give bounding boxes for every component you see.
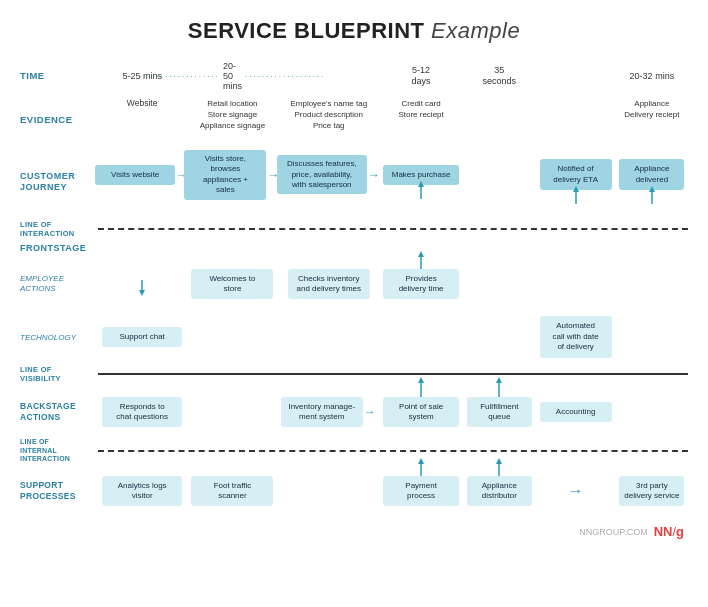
footer-logo: NN bbox=[654, 524, 673, 539]
title-bold: SERVICE BLUEPRINT bbox=[188, 18, 425, 43]
time-val-3: 5-12days bbox=[412, 65, 431, 87]
svg-marker-17 bbox=[496, 458, 502, 464]
backstage-label: BACKSTAGEACTIONS bbox=[20, 401, 76, 423]
cj-box-1: Visits store,browsesappliances +sales bbox=[184, 150, 266, 200]
employee-actions-row: EMPLOYEEACTIONS Welcomes tostore bbox=[20, 258, 688, 310]
bs-box-3: Point of salesystem bbox=[383, 397, 459, 428]
time-dots-2: ··················· bbox=[245, 72, 325, 81]
time-label: TIME bbox=[20, 70, 51, 81]
bs-arrow-2: → bbox=[364, 406, 376, 418]
bs-col-5: Accounting bbox=[535, 402, 615, 422]
bs-box-5: Accounting bbox=[540, 402, 612, 422]
lii-label: LINE OFINTERNALINTER­ACTION bbox=[20, 438, 70, 463]
bs-col-2: Inventory manage-ment system → bbox=[279, 397, 379, 428]
sp-box-3: Paymentprocess bbox=[383, 476, 459, 507]
ea-up-3-svg bbox=[416, 251, 426, 269]
technology-row: TECHNOLOGY Support chat Automatedcall wi… bbox=[20, 312, 688, 362]
cj-box-2: Discusses features,price, availability,w… bbox=[277, 155, 367, 194]
tech-col-0: Support chat bbox=[98, 327, 186, 347]
frontstage-row: FRONTSTAGE bbox=[20, 240, 688, 256]
ea-col-2: Checks inventoryand delivery times bbox=[279, 269, 379, 300]
evidence-val-0: Website bbox=[127, 98, 158, 108]
evidence-col-6: ApplianceDelivery reciept bbox=[616, 98, 688, 120]
lii-line bbox=[98, 450, 688, 452]
ea-box-2: Checks inventoryand delivery times bbox=[288, 269, 370, 300]
time-row: TIME 5-25 mins ··················· 20-50… bbox=[20, 58, 688, 94]
line-internal-row: LINE OFINTERNALINTER­ACTION bbox=[20, 440, 688, 462]
ea-down-0 bbox=[137, 280, 147, 300]
bs-up-4-svg bbox=[494, 377, 504, 397]
tech-box-0: Support chat bbox=[102, 327, 181, 347]
svg-marker-1 bbox=[418, 181, 424, 187]
sp-col-4: Appliancedistributor bbox=[463, 476, 535, 507]
loi-label: LINE OFINTER­ACTION bbox=[20, 220, 75, 238]
sp-col-1: Foot trafficscanner bbox=[186, 476, 278, 507]
cj-col-2: Discusses features,price, availability,w… bbox=[279, 155, 379, 194]
svg-marker-7 bbox=[139, 290, 145, 296]
bs-box-0: Responds tochat questions bbox=[102, 397, 181, 428]
sp-up-3-svg bbox=[416, 458, 426, 476]
evidence-col-3: Credit cardStore reciept bbox=[379, 98, 463, 120]
evidence-col-1: Retail locationStore signageAppliance si… bbox=[186, 98, 278, 132]
time-col-6: 20-32 mins bbox=[616, 71, 688, 81]
cj-varrow-6-svg bbox=[647, 186, 657, 204]
svg-marker-15 bbox=[418, 458, 424, 464]
main-title: SERVICE BLUEPRINT Example bbox=[20, 18, 688, 44]
footer-g: g bbox=[676, 524, 684, 539]
lov-line bbox=[98, 373, 688, 375]
time-col-3: 5-12days bbox=[379, 65, 463, 87]
line-interaction-row: LINE OFINTER­ACTION bbox=[20, 218, 688, 240]
sp-arrow-5: → bbox=[568, 483, 584, 499]
bs-box-4: Fullfillmentqueue bbox=[467, 397, 532, 428]
svg-marker-13 bbox=[496, 377, 502, 383]
backstage-row: BACKSTAGEACTIONS Responds tochat questio… bbox=[20, 386, 688, 438]
sp-col-6: 3rd partydelivery service bbox=[616, 476, 688, 507]
page: SERVICE BLUEPRINT Example TIME 5-25 mins… bbox=[0, 0, 708, 607]
support-label: SUPPORTPROCESSES bbox=[20, 480, 76, 502]
sp-up-3 bbox=[416, 458, 426, 480]
time-val-6: 20-32 mins bbox=[630, 71, 675, 81]
employee-label: EMPLOYEEACTIONS bbox=[20, 274, 64, 295]
svg-marker-5 bbox=[649, 186, 655, 192]
cj-label: CUSTOMERJOURNEY bbox=[20, 171, 81, 193]
cj-col-3: Makes purchase bbox=[379, 165, 463, 185]
ea-col-1: Welcomes tostore bbox=[186, 269, 278, 300]
sp-box-1: Foot trafficscanner bbox=[191, 476, 273, 507]
sp-col-0: Analytics logsvisitor bbox=[98, 476, 186, 507]
svg-marker-9 bbox=[418, 251, 424, 257]
evidence-val-2: Employee's name tagProduct descriptionPr… bbox=[290, 98, 367, 132]
sp-col-3: Paymentprocess bbox=[379, 476, 463, 507]
line-visibility-row: LINE OFVISIBILITY bbox=[20, 364, 688, 384]
frontstage-label: FRONTSTAGE bbox=[20, 243, 86, 253]
cj-col-1: Visits store,browsesappliances +sales → bbox=[186, 150, 278, 200]
evidence-val-6: ApplianceDelivery reciept bbox=[624, 98, 679, 120]
lov-label: LINE OFVISIBILITY bbox=[20, 365, 61, 383]
time-val-1: 20-50 mins bbox=[223, 61, 242, 91]
tech-col-5: Automatedcall with dateof delivery bbox=[535, 316, 615, 357]
evidence-row: EVIDENCE Website Retail locationStore si… bbox=[20, 94, 688, 146]
bs-up-3-svg bbox=[416, 377, 426, 397]
bs-box-2: Inventory manage-ment system bbox=[281, 397, 363, 428]
time-dots-1: ··················· bbox=[140, 72, 220, 81]
title-italic: Example bbox=[431, 18, 520, 43]
sp-up-4-svg bbox=[494, 458, 504, 476]
footer-site: NNGROUP.COM bbox=[579, 527, 647, 537]
evidence-col-2: Employee's name tagProduct descriptionPr… bbox=[279, 98, 379, 132]
ea-box-1: Welcomes tostore bbox=[191, 269, 273, 300]
evidence-col-0: Website bbox=[98, 98, 186, 108]
cj-varrow-6 bbox=[647, 186, 657, 208]
bs-col-0: Responds tochat questions bbox=[98, 397, 186, 428]
sp-box-0: Analytics logsvisitor bbox=[102, 476, 181, 507]
ea-col-3: Providesdelivery time bbox=[379, 269, 463, 300]
svg-marker-3 bbox=[573, 186, 579, 192]
cj-varrow-3 bbox=[416, 181, 426, 203]
time-col-1: ··················· 20-50 mins ·········… bbox=[186, 61, 278, 91]
time-val-4: 35seconds bbox=[483, 65, 517, 87]
ea-up-3 bbox=[416, 251, 426, 273]
sp-up-4 bbox=[494, 458, 504, 480]
tech-box-5: Automatedcall with dateof delivery bbox=[540, 316, 612, 357]
customer-journey-row: CUSTOMERJOURNEY Visits website → Visits … bbox=[20, 150, 688, 214]
evidence-label: EVIDENCE bbox=[20, 114, 79, 125]
cj-box-0: Visits website bbox=[95, 165, 174, 185]
bs-up-4 bbox=[494, 377, 504, 401]
